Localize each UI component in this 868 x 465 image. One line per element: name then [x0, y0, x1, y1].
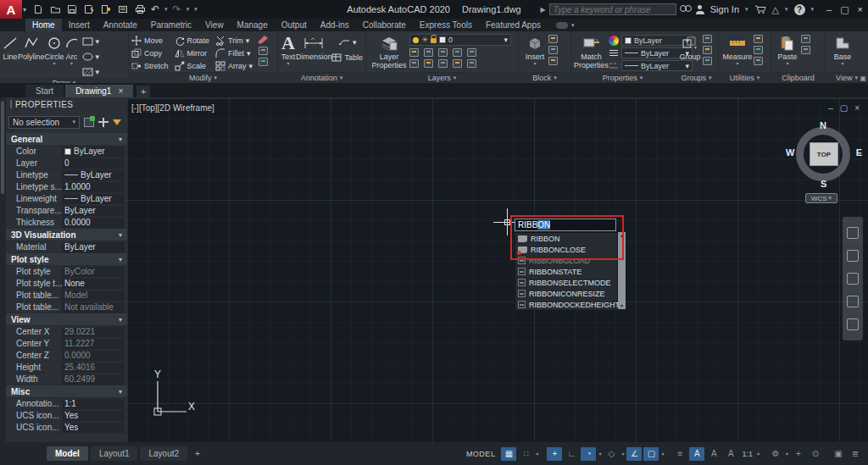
measure-caret-icon[interactable]: ▾	[736, 61, 738, 67]
scale-button[interactable]: Scale	[175, 59, 210, 72]
tab-collaborate[interactable]: Collaborate	[356, 19, 413, 31]
tab-layout2[interactable]: Layout2	[140, 446, 187, 461]
scroll-down-icon[interactable]: ▾	[620, 302, 623, 309]
navigation-bar[interactable]	[843, 217, 863, 340]
panel-caption-annotation[interactable]: Annotation▾	[278, 72, 365, 83]
prop-row-ucs-icon-origin[interactable]: UCS icon...Yes	[6, 422, 127, 434]
help-caret-icon[interactable]: ▾	[811, 6, 815, 13]
layer-state-icon[interactable]	[438, 59, 448, 68]
prop-row-lineweight[interactable]: LineweightByLayer	[6, 193, 127, 205]
app-menu-caret-icon[interactable]: ▾	[23, 6, 26, 14]
open-folder-icon[interactable]	[49, 4, 61, 15]
sign-in-caret-icon[interactable]: ▾	[745, 6, 748, 13]
panel-caption-layers[interactable]: Layers▾	[366, 72, 518, 83]
new-drawing-tab-button[interactable]: +	[136, 86, 150, 97]
object-snap-caret-icon[interactable]: ▾	[660, 451, 665, 457]
circle-caret-icon[interactable]: ▾	[53, 61, 56, 67]
arc-caret-icon[interactable]: ▾	[70, 61, 73, 67]
panel-caption-modify[interactable]: Modify▾	[129, 72, 277, 83]
section-3d-visualization[interactable]: 3D Visualization▾	[6, 229, 127, 241]
panel-caption-clipboard[interactable]: Clipboard	[771, 72, 825, 83]
drawing-area[interactable]: [-][Top][2D Wireframe] – ▢ × TOP N S W E…	[127, 97, 868, 442]
prop-row-color[interactable]: ColorByLayer	[6, 146, 127, 158]
move-button[interactable]: Move	[131, 34, 169, 47]
tab-model[interactable]: Model	[47, 446, 88, 461]
sheet-set-icon[interactable]	[117, 4, 129, 15]
wcs-menu-button[interactable]: WCS▾	[805, 193, 837, 203]
panel-caption-properties[interactable]: Properties▾	[571, 72, 674, 83]
tab-annotate[interactable]: Annotate	[97, 19, 144, 31]
section-general[interactable]: General▾	[6, 133, 127, 146]
quick-select-filter-icon[interactable]	[113, 119, 121, 125]
copy-clip-icon[interactable]	[801, 46, 810, 54]
app-logo-icon[interactable]: A	[0, 0, 22, 19]
viewport-close-icon[interactable]: ×	[854, 103, 860, 113]
suggestion-ribbon[interactable]: RIBBON	[515, 233, 617, 244]
cut-icon[interactable]	[801, 35, 810, 43]
object-snap-icon[interactable]: ▢	[643, 447, 659, 461]
group-select-icon[interactable]	[703, 57, 712, 65]
layer-off-icon[interactable]	[409, 48, 419, 57]
workspace-icon[interactable]	[100, 4, 112, 15]
prop-row-ucs-icon-on[interactable]: UCS icon...Yes	[6, 410, 127, 422]
offset-icon[interactable]	[259, 58, 268, 66]
stretch-button[interactable]: Stretch	[131, 59, 169, 72]
workspace-caret-icon[interactable]: ▾	[785, 451, 789, 457]
tab-output[interactable]: Output	[275, 19, 314, 31]
snap-mode-icon[interactable]: ∷	[518, 447, 533, 461]
mirror-button[interactable]: Mirror	[175, 47, 210, 59]
group-edit-icon[interactable]	[703, 46, 712, 54]
zoom-extents-icon[interactable]	[847, 273, 859, 285]
erase-icon[interactable]	[257, 35, 269, 44]
layer-freeze-icon[interactable]	[438, 48, 448, 57]
layer-properties-button[interactable]: Layer Properties	[369, 34, 409, 70]
save-icon[interactable]	[66, 4, 78, 15]
lineweight-display-icon[interactable]: ≡	[672, 447, 687, 461]
layer-walk-icon[interactable]	[453, 59, 462, 68]
redo-icon[interactable]: ↷	[173, 4, 181, 14]
suggestion-scrollbar[interactable]: ▴ ▾	[618, 232, 626, 309]
viewcube-top-face[interactable]: TOP	[810, 142, 838, 166]
tab-express-tools[interactable]: Express Tools	[413, 19, 479, 31]
prop-row-thickness[interactable]: Thickness0.0000	[6, 217, 127, 229]
annotation-scale-value[interactable]: 1:1	[740, 450, 754, 458]
search-expand-icon[interactable]: ▶	[541, 6, 546, 14]
object-snap-tracking-icon[interactable]: ∠	[626, 447, 642, 461]
suggestion-ribbonbgload[interactable]: RIBBONBGLOAD	[515, 255, 617, 266]
panel-caption-groups[interactable]: Groups▾	[675, 72, 718, 83]
select-objects-icon[interactable]	[98, 118, 108, 127]
sign-in-link[interactable]: Sign In	[710, 4, 739, 14]
prop-row-layer[interactable]: Layer0	[6, 158, 127, 169]
dynamic-input-icon[interactable]: +	[547, 447, 562, 461]
ribbon-collapse-icon[interactable]: ▣	[860, 75, 866, 82]
snap-caret-icon[interactable]: ▾	[535, 451, 539, 457]
suggestion-ribbonclose[interactable]: RIBBONCLOSE	[515, 244, 617, 255]
fillet-button[interactable]: Fillet▾	[215, 47, 253, 59]
leader-button[interactable]: ▾	[338, 36, 357, 48]
tab-manage[interactable]: Manage	[231, 19, 275, 31]
showmotion-icon[interactable]	[847, 318, 859, 330]
prop-row-annotation-scale[interactable]: Annotatio...1:1	[6, 398, 127, 410]
ortho-mode-icon[interactable]: ∟	[564, 447, 579, 461]
ribbon-options-icon[interactable]	[556, 22, 568, 29]
table-button[interactable]: Table	[331, 51, 363, 64]
rotate-button[interactable]: Rotate	[175, 34, 210, 47]
search-icon[interactable]	[680, 5, 690, 14]
selection-filter-select[interactable]: No selection▾	[8, 116, 80, 129]
a360-caret-icon[interactable]: ▾	[785, 6, 788, 13]
ungroup-icon[interactable]	[703, 35, 712, 43]
annotation-monitor-icon[interactable]: +	[791, 447, 806, 461]
text-button[interactable]: A Text ▾	[281, 34, 296, 67]
suggestion-ribbondockedheight[interactable]: RIBBONDOCKEDHEIGHT	[515, 299, 617, 310]
viewcube-north[interactable]: N	[820, 120, 826, 130]
id-point-icon[interactable]	[754, 35, 763, 43]
array-button[interactable]: Array▾	[215, 59, 253, 72]
tab-insert[interactable]: Insert	[62, 19, 97, 31]
line-button[interactable]: Line	[3, 34, 18, 61]
layer-merge-icon[interactable]	[467, 59, 476, 68]
save-as-icon[interactable]	[83, 4, 95, 15]
rectangle-button[interactable]: ▾	[82, 35, 100, 47]
viewcube-west[interactable]: W	[786, 147, 794, 158]
viewport-label[interactable]: [-][Top][2D Wireframe]	[131, 103, 214, 113]
polyline-button[interactable]: Polyline	[18, 34, 45, 61]
